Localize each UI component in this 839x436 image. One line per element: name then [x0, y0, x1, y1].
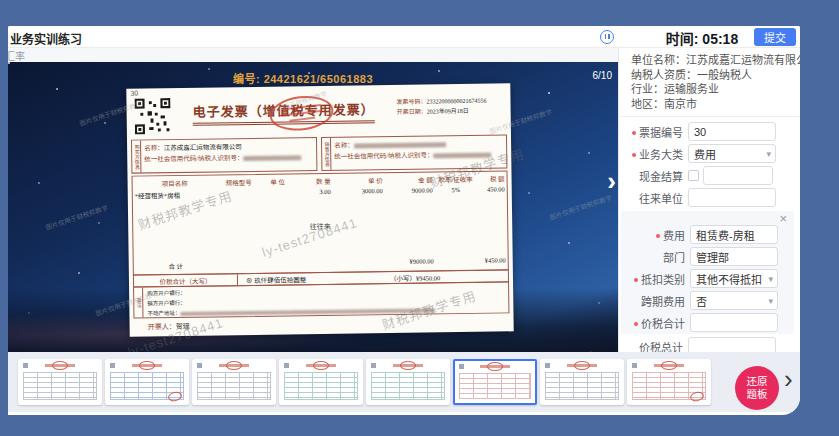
invoice-meta: 发票号码：23322000000021674556 开票日期：2023年09月1… [396, 93, 507, 134]
invoice-thumbnail[interactable] [279, 359, 363, 405]
invoice-issuer: 开票人：贺瑶 [134, 316, 510, 331]
invoice-remark-box: 备注 购方开户银行： 销方开户银行： 不动产地址： [133, 281, 509, 318]
invoice-thumbnail[interactable] [18, 359, 102, 405]
seller-box: 销售方信息 名称： 统一社会信用代码/纳税人识别号： [321, 134, 507, 171]
biz-type-select[interactable]: 费用 ▾ [688, 144, 776, 163]
counterparty-label: 往来单位 [619, 190, 683, 206]
exercise-serial: 编号: 24421621/65061883 [8, 70, 598, 86]
invoice-thumbnail-selected[interactable] [453, 359, 537, 405]
expense-input[interactable] [690, 225, 778, 244]
counterparty-input[interactable] [688, 188, 776, 207]
invoice-middle-note: 往往来 [133, 218, 507, 233]
cross-period-select[interactable]: 否 ▾ [690, 291, 778, 310]
bill-no-input[interactable] [688, 122, 776, 141]
grand-total-label: 价税总计 [619, 339, 683, 353]
invoice-item-table: 项目名称 规格型号 单 位 数 量 单 价 金 额 税率/征收率 税 额 *经营… [132, 170, 509, 275]
watermark-usage: 图片仅用于财税邦教学 [548, 192, 613, 222]
strip-next-arrow-icon[interactable]: › [784, 366, 793, 392]
dept-label: 部门 [621, 249, 685, 265]
buyer-tag: 购买方信息 [132, 140, 141, 172]
starfield [8, 62, 10, 64]
buyer-box: 购买方信息 名称：江苏成嘉汇运物流有限公司 统一社会信用代码/纳税人识别号： [131, 137, 317, 174]
invoice-thumbnail[interactable] [105, 359, 189, 405]
restore-board-button[interactable]: 还原题板 [735, 366, 779, 410]
entry-form-panel: 单位名称：江苏成嘉汇运物流有限公司 纳税人资质：一般纳税人 行业：运输服务业 地… [618, 48, 800, 352]
cross-period-label: 跨期费用 [621, 293, 685, 309]
dept-input[interactable] [690, 247, 778, 266]
buyer-name: 江苏成嘉汇运物流有限公司 [164, 143, 242, 151]
remark-address-blurred [180, 308, 435, 316]
next-invoice-arrow-icon[interactable]: › [607, 168, 616, 194]
invoice-date: 2023年09月18日 [427, 108, 469, 115]
info-line: 地区：南京市 [631, 97, 794, 112]
tax-total-input[interactable] [690, 313, 778, 332]
expense-subform: × 费用 部门 抵扣类别 其他不得抵扣 ▾ [621, 211, 794, 334]
invoice-thumbnail[interactable] [540, 359, 624, 405]
timer-label: 时间: 05:18 [636, 28, 768, 48]
deduction-label: 抵扣类别 [621, 271, 685, 287]
company-info-block: 单位名称：江苏成嘉汇运物流有限公司 纳税人资质：一般纳税人 行业：运输服务业 地… [619, 53, 800, 117]
bill-no-label: 票据编号 [619, 124, 683, 140]
invoice-thumbnail[interactable] [627, 359, 711, 405]
cash-label: 现金结算 [619, 168, 683, 184]
tax-total-label: 价税合计 [621, 315, 685, 331]
chevron-down-icon: ▾ [768, 296, 773, 306]
invoice-image: 30 [126, 83, 513, 336]
page-indicator: 6/10 [593, 70, 612, 81]
page-title: 业务实训练习 [10, 30, 82, 47]
header-bar: 业务实训练习 时间: 05:18 提交 [8, 26, 800, 48]
info-line: 行业：运输服务业 [631, 82, 794, 97]
thumbnail-strip: 还原题板 › [8, 352, 800, 412]
close-icon[interactable]: × [779, 212, 787, 225]
seller-name-blurred [354, 142, 446, 148]
submit-button[interactable]: 提交 [754, 28, 796, 46]
app-window: 业务实训练习 时间: 05:18 提交 汇率 编号: 24421621/6506… [8, 26, 800, 415]
invoice-total-row: 合 计 ¥9000.00 ¥450.00 [134, 255, 508, 272]
biz-type-label: 业务大类 [619, 146, 683, 162]
grand-total-input[interactable] [688, 337, 776, 352]
deduction-select[interactable]: 其他不得抵扣 ▾ [690, 269, 778, 288]
cash-amount-input[interactable] [703, 166, 773, 185]
buyer-taxid-blurred [244, 155, 302, 161]
invoice-thumbnail[interactable] [192, 359, 276, 405]
invoice-thumbnail[interactable] [366, 359, 450, 405]
watermark-usage: 图片仅用于财税邦教学 [44, 202, 109, 232]
seller-tag: 销售方信息 [322, 138, 331, 170]
rate-subbar: 汇率 [8, 48, 618, 62]
cash-checkbox[interactable] [688, 170, 699, 181]
invoice-monitor-stamp [268, 93, 336, 134]
pause-icon[interactable] [600, 30, 614, 44]
rate-tab[interactable]: 汇率 [8, 48, 25, 62]
invoice-number: 23322000000021674556 [426, 98, 486, 105]
chevron-down-icon: ▾ [766, 149, 771, 159]
seller-taxid-blurred [434, 153, 492, 159]
invoice-corner-number: 30 [130, 90, 138, 97]
info-line: 单位名称：江苏成嘉汇运物流有限公司 [631, 53, 794, 68]
invoice-viewer: 编号: 24421621/65061883 6/10 › 30 [8, 62, 618, 352]
qr-code-icon [134, 98, 170, 134]
expense-label: 费用 [621, 227, 685, 243]
remark-tag: 备注 [134, 287, 143, 317]
chevron-down-icon: ▾ [768, 274, 773, 284]
info-line: 纳税人资质：一般纳税人 [631, 68, 794, 83]
